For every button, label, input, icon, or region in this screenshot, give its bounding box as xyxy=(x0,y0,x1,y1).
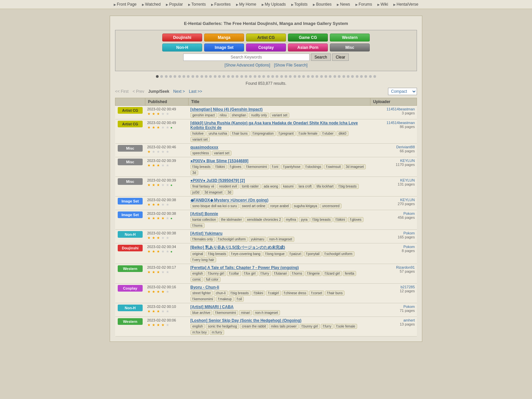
tag-2-row-0[interactable]: shengtian xyxy=(230,113,248,118)
tag-7-row-3[interactable]: f:swimsuit xyxy=(324,164,343,169)
type-badge-2[interactable]: Misc xyxy=(118,145,143,152)
dot-40[interactable] xyxy=(329,75,332,78)
tag-0-row-9[interactable]: english xyxy=(191,271,205,276)
cat-misc-button[interactable]: Misc xyxy=(330,44,370,52)
tag-10-row-9[interactable]: comic xyxy=(191,277,203,282)
star-2-row-12[interactable]: ★ xyxy=(157,323,160,327)
star-0-row-10[interactable]: ★ xyxy=(147,290,151,294)
type-badge-7[interactable]: Non-H xyxy=(118,231,143,238)
uploader-name-0[interactable]: 114514beastman xyxy=(372,107,415,111)
dot-7[interactable] xyxy=(183,75,185,78)
nav-item-bounties[interactable]: Bounties xyxy=(313,2,332,7)
tag-4-row-10[interactable]: f:catgirl xyxy=(266,291,281,296)
dot-43[interactable] xyxy=(342,75,345,78)
tag-0-row-0[interactable]: genshin impact xyxy=(191,113,217,118)
tag-0-row-5[interactable]: sono bisque doll wa koi o suru xyxy=(191,203,239,208)
tag-9-row-4[interactable]: 3d imageset xyxy=(202,190,224,195)
star-2-row-9[interactable]: ★ xyxy=(157,270,160,274)
tag-4-row-0[interactable]: variant set xyxy=(270,113,289,118)
tag-3-row-8[interactable]: f:long tongue xyxy=(263,251,287,256)
tag-1-row-8[interactable]: f:big breasts xyxy=(206,251,228,256)
dot-17[interactable] xyxy=(227,75,230,78)
dot-24[interactable] xyxy=(258,75,261,78)
gallery-title-link-9[interactable]: [Feretta] A Tale of Tails: Chapter 7 - P… xyxy=(191,265,368,270)
tag-7-row-1[interactable]: dikk0 xyxy=(336,131,348,136)
star-4-row-3[interactable]: ★ xyxy=(166,163,169,168)
star-2-row-3[interactable]: ★ xyxy=(157,163,160,168)
star-3-row-6[interactable]: ★ xyxy=(161,216,165,220)
dot-9[interactable] xyxy=(192,75,194,78)
search-input[interactable] xyxy=(183,54,310,61)
star-3-row-4[interactable]: ★ xyxy=(161,183,165,187)
tag-6-row-10[interactable]: f:corset xyxy=(309,291,324,296)
tag-3-row-12[interactable]: miles tails prower xyxy=(269,324,299,329)
dot-34[interactable] xyxy=(302,75,305,78)
dot-1[interactable] xyxy=(156,75,159,78)
tag-2-row-4[interactable]: tomb raider xyxy=(240,184,261,189)
tag-2-row-5[interactable]: ronye arabel xyxy=(268,203,291,208)
tag-3-row-4[interactable]: ada wong xyxy=(262,184,280,189)
tag-3-row-1[interactable]: f:impregnation xyxy=(251,131,276,136)
star-3-row-2[interactable]: ★ xyxy=(161,150,165,154)
uploader-name-7[interactable]: Pokom xyxy=(372,231,415,235)
star-0-row-11[interactable]: ★ xyxy=(147,309,151,314)
tag-6-row-3[interactable]: f:stockings xyxy=(304,164,323,169)
tag-5-row-3[interactable]: f:pantyhose xyxy=(281,164,303,169)
uploader-name-1[interactable]: 114514beastman xyxy=(372,121,415,125)
tag-7-row-10[interactable]: f:hair buns xyxy=(325,291,345,296)
uploader-name-8[interactable]: Pokom xyxy=(372,245,415,249)
last-page-link[interactable]: Last >> xyxy=(189,89,202,94)
tag-1-row-10[interactable]: chun-li xyxy=(214,291,227,296)
tag-4-row-5[interactable]: uncensored xyxy=(320,203,341,208)
advanced-options-link[interactable]: [Show Advanced Options] xyxy=(224,63,270,67)
tag-3-row-10[interactable]: f:bikini xyxy=(252,291,265,296)
tag-1-row-4[interactable]: resident evil xyxy=(217,184,239,189)
star-3-row-10[interactable]: ★ xyxy=(161,290,165,294)
tag-6-row-9[interactable]: f:horns xyxy=(290,271,304,276)
dot-39[interactable] xyxy=(325,75,327,78)
tag-3-row-9[interactable]: f:fox girl xyxy=(242,271,258,276)
tag-0-row-3[interactable]: f:big breasts xyxy=(191,164,212,169)
star-3-row-8[interactable]: ★ xyxy=(161,249,165,254)
tag-0-row-8[interactable]: original xyxy=(191,251,205,256)
tag-7-row-8[interactable]: f:very long hair xyxy=(191,257,216,262)
nav-item-toplists[interactable]: Toplists xyxy=(291,2,308,7)
type-badge-6[interactable]: Image Set xyxy=(118,211,143,218)
tag-4-row-6[interactable]: pyra xyxy=(299,217,309,222)
dot-49[interactable] xyxy=(369,75,372,78)
star-4-row-4[interactable]: ★ xyxy=(166,183,169,187)
tag-1-row-1[interactable]: uruha rushia xyxy=(206,131,229,136)
tag-9-row-9[interactable]: feretta xyxy=(343,271,356,276)
tag-1-row-6[interactable]: the idolmaster xyxy=(219,217,244,222)
tag-1-row-5[interactable]: sword art online xyxy=(240,203,267,208)
tag-6-row-1[interactable]: f:vtuber xyxy=(321,131,335,136)
star-1-row-12[interactable]: ★ xyxy=(152,323,155,327)
cat-asian-porn-button[interactable]: Asian Porn xyxy=(288,44,328,52)
star-3-row-0[interactable]: ★ xyxy=(161,112,165,116)
star-0-row-2[interactable]: ★ xyxy=(147,150,151,154)
dot-14[interactable] xyxy=(214,75,216,78)
type-badge-11[interactable]: Non-H xyxy=(118,305,143,311)
cat-image-set-button[interactable]: Image Set xyxy=(204,44,244,52)
tag-7-row-9[interactable]: f:lingerie xyxy=(305,271,322,276)
dot-5[interactable] xyxy=(174,75,176,78)
cat-doujinshi-button[interactable]: Doujinshi xyxy=(162,34,202,42)
dot-23[interactable] xyxy=(254,75,256,78)
nav-item-my-uploads[interactable]: My Uploads xyxy=(262,2,286,7)
star-0-row-1[interactable]: ★ xyxy=(147,125,151,130)
star-0-row-5[interactable]: ★ xyxy=(147,202,151,207)
star-4-row-12[interactable]: ★ xyxy=(166,323,169,327)
star-1-row-5[interactable]: ★ xyxy=(152,202,155,207)
gallery-title-link-7[interactable]: [Artist] Yukimaru xyxy=(191,231,368,236)
dot-16[interactable] xyxy=(222,75,225,78)
star-2-row-11[interactable]: ★ xyxy=(157,309,160,314)
star-4-row-1[interactable]: ★ xyxy=(166,125,169,130)
star-1-row-2[interactable]: ★ xyxy=(152,150,155,154)
gallery-title-link-3[interactable]: ●PIXIV● Blue Slime [15344689] xyxy=(191,159,368,163)
star-2-row-10[interactable]: ★ xyxy=(157,290,160,294)
type-badge-3[interactable]: Misc xyxy=(118,159,143,165)
nav-item-forums[interactable]: Forums xyxy=(355,2,372,7)
uploader-name-5[interactable]: KEYLUN xyxy=(372,198,415,202)
gallery-title-link-0[interactable]: [shengtian] Nilou (4) (Genshin Impact) xyxy=(191,107,368,112)
tag-9-row-3[interactable]: 3d xyxy=(191,170,198,175)
